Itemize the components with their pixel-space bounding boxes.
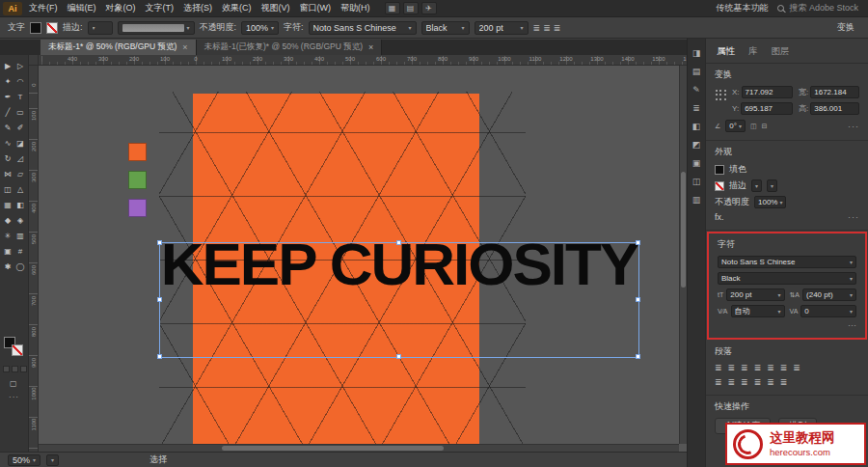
selection-handle[interactable]	[396, 240, 401, 245]
tracking-input[interactable]: 0 ▾	[800, 305, 856, 317]
horizontal-scroll-thumb[interactable]	[222, 446, 444, 451]
font-family-select[interactable]: Noto Sans S Chinese ▾	[309, 21, 417, 35]
rotate-tool[interactable]: ↻	[2, 151, 14, 166]
vertical-scrollbar[interactable]	[679, 66, 687, 444]
x-input[interactable]: 717.092	[742, 86, 793, 98]
menu-item[interactable]: 选择(S)	[178, 2, 217, 14]
brush-definition-select[interactable]: ▾	[118, 21, 195, 35]
green-swatch[interactable]	[128, 171, 147, 189]
orange-swatch[interactable]	[128, 143, 147, 161]
align-center-icon[interactable]: ≣	[728, 363, 736, 372]
justify-all-icon[interactable]: ≣	[793, 363, 800, 372]
scale-tool[interactable]: ◿	[14, 151, 27, 166]
shaper-tool[interactable]: ∿	[2, 135, 14, 151]
menu-item[interactable]: 窗口(W)	[295, 2, 337, 14]
zoom-select[interactable]: 50% ▾	[8, 454, 41, 466]
stroke-weight-select[interactable]: ▾	[88, 21, 113, 35]
app-logo[interactable]: Ai	[3, 2, 22, 15]
stroke-panel-icon[interactable]: ≣	[692, 103, 700, 113]
font-size-select[interactable]: 200 pt ▾	[475, 21, 529, 35]
opacity-input[interactable]: 100% ▾	[241, 21, 279, 35]
panel-font-family-select[interactable]: Noto Sans S Chinese ▾	[718, 256, 856, 268]
justify-center-icon[interactable]: ≣	[767, 363, 774, 372]
selection-handle[interactable]	[636, 240, 640, 245]
line-segment-tool[interactable]: ╱	[2, 104, 14, 120]
ruler-horizontal[interactable]: 4003002001000100200300400500600700800900…	[39, 55, 687, 66]
selection-handle[interactable]	[396, 354, 401, 359]
stock-search[interactable]: 搜索 Adobe Stock	[777, 2, 858, 14]
align-left-icon[interactable]: ≣	[715, 363, 722, 372]
font-style-select[interactable]: Black ▾	[421, 21, 470, 35]
graphic-styles-panel-icon[interactable]: ▣	[692, 158, 701, 168]
reference-point-selector[interactable]	[715, 89, 727, 101]
column-graph-tool[interactable]: ▥	[14, 228, 27, 243]
flip-vertical-button[interactable]: ⊟	[762, 123, 768, 130]
justify-left-icon[interactable]: ≣	[754, 363, 762, 372]
lasso-tool[interactable]: ◠	[14, 73, 27, 89]
align-right-icon[interactable]: ≣	[741, 363, 748, 372]
align-right-icon[interactable]: ≣	[554, 23, 561, 33]
stroke-unit-select[interactable]: ▾	[767, 179, 777, 192]
stroke-indicator[interactable]	[12, 344, 23, 356]
selection-handle[interactable]	[157, 354, 162, 359]
arrange-documents-icon[interactable]: ▦	[385, 2, 400, 14]
more-options-button[interactable]: ···	[848, 212, 859, 222]
leading-input[interactable]: (240 pt) ▾	[802, 288, 856, 301]
menu-item[interactable]: 对象(O)	[101, 2, 141, 14]
selection-handle[interactable]	[157, 240, 162, 245]
eyedropper-tool[interactable]: ◆	[2, 212, 14, 228]
stroke-swatch[interactable]	[715, 181, 724, 191]
y-input[interactable]: 695.187	[741, 102, 793, 115]
perspective-grid-tool[interactable]: △	[14, 181, 27, 197]
stroke-weight-input[interactable]: ▾	[751, 179, 762, 192]
ruler-vertical[interactable]: 010020030040050060070080090010001100	[29, 66, 39, 452]
kerning-select[interactable]: 自动 ▾	[731, 305, 785, 317]
document-tab[interactable]: 未标题-1(已恢复)* @ 50% (RGB/GPU 预览)×	[197, 40, 383, 55]
hyphenate-checkbox-icon[interactable]: ≣	[780, 377, 788, 387]
flip-horizontal-button[interactable]: ◫	[750, 123, 757, 130]
menu-item[interactable]: 编辑(E)	[63, 2, 101, 14]
panel-opacity-input[interactable]: 100% ▾	[754, 196, 786, 208]
type-tool[interactable]: T	[14, 89, 27, 104]
indent-left-icon[interactable]: ≣	[715, 377, 722, 387]
selection-handle[interactable]	[636, 354, 640, 359]
panel-font-size-input[interactable]: 200 pt ▾	[726, 288, 784, 301]
panel-tab-图层[interactable]: 图层	[772, 45, 790, 58]
space-after-icon[interactable]: ≣	[767, 377, 774, 387]
menu-item[interactable]: 帮助(H)	[336, 2, 375, 14]
color-panel-icon[interactable]: ◨	[692, 48, 701, 58]
width-tool[interactable]: ⋈	[2, 166, 14, 181]
screen-mode-button[interactable]: ▢	[10, 379, 17, 388]
hand-tool[interactable]: ✱	[2, 259, 14, 274]
swatches-panel-icon[interactable]: ▤	[692, 67, 701, 76]
canvas[interactable]: KEEP CURIOSITY	[39, 66, 687, 452]
indent-right-icon[interactable]: ≣	[728, 377, 736, 387]
vertical-scroll-thumb[interactable]	[681, 172, 686, 288]
appearance-panel-icon[interactable]: ◫	[692, 177, 701, 186]
edit-toolbar-button[interactable]: ···	[9, 393, 19, 401]
symbol-sprayer-tool[interactable]: ✳	[2, 228, 14, 243]
gradient-tool[interactable]: ◧	[14, 197, 27, 212]
workspace-switcher[interactable]: 传统基本功能	[716, 2, 768, 14]
width-input[interactable]: 1672.184	[810, 86, 859, 98]
transparency-panel-icon[interactable]: ◩	[692, 140, 701, 150]
menu-item[interactable]: 文字(T)	[141, 2, 179, 14]
tab-close-icon[interactable]: ×	[182, 42, 187, 52]
menu-item[interactable]: 效果(C)	[217, 2, 257, 14]
artboard-tool[interactable]: ▣	[2, 243, 14, 259]
align-center-icon[interactable]: ≣	[543, 23, 551, 33]
paintbrush-tool[interactable]: ✎	[2, 120, 14, 135]
rectangle-tool[interactable]: ▭	[14, 104, 27, 120]
space-before-icon[interactable]: ≣	[754, 377, 762, 387]
panel-tab-属性[interactable]: 属性	[717, 45, 735, 58]
purple-swatch[interactable]	[128, 199, 147, 217]
justify-right-icon[interactable]: ≣	[780, 363, 788, 372]
tab-close-icon[interactable]: ×	[368, 42, 373, 52]
more-options-button[interactable]: ···	[718, 320, 856, 330]
selection-handle[interactable]	[636, 297, 640, 302]
menu-item[interactable]: 文件(F)	[24, 2, 63, 14]
workspace-layout-icon[interactable]: ▤	[403, 2, 419, 14]
artboard-navigation-select[interactable]: ▾	[46, 454, 59, 466]
menu-item[interactable]: 视图(V)	[257, 2, 295, 14]
free-transform-tool[interactable]: ▱	[14, 166, 27, 181]
